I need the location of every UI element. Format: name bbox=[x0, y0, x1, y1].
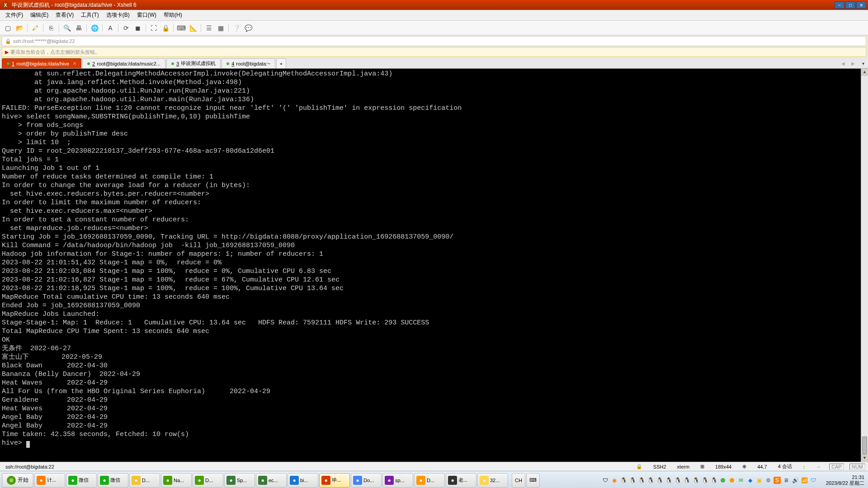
taskbar-app-label: 微信 bbox=[79, 477, 89, 483]
menu-tabs[interactable]: 选项卡(B) bbox=[103, 10, 133, 20]
tray-misc-icon[interactable] bbox=[728, 477, 736, 484]
terminal-line: hive> select songName,SUBSTRING(publishT… bbox=[2, 113, 866, 121]
menu-tools[interactable]: 工具(T) bbox=[77, 10, 102, 20]
taskbar-app-button[interactable]: ●D... bbox=[193, 473, 223, 488]
session-tabbar: 1 root@bigdata:/data/hive ✕ 2 root@bigda… bbox=[0, 58, 868, 69]
print-icon[interactable]: 🖶 bbox=[74, 23, 84, 33]
scrollbar-vertical[interactable]: ▲ ▼ bbox=[861, 69, 868, 462]
terminal-viewport[interactable]: at sun.reflect.DelegatingMethodAccessorI… bbox=[0, 69, 868, 462]
tray-qq-icon[interactable]: 🐧 bbox=[638, 477, 645, 484]
taskbar-app-icon: ● bbox=[68, 476, 77, 485]
menu-edit[interactable]: 编辑(E) bbox=[27, 10, 52, 20]
ime-keyboard-icon[interactable]: ⌨ bbox=[526, 473, 540, 488]
globe-icon[interactable]: 🌐 bbox=[90, 23, 99, 33]
scrollbar-thumb[interactable] bbox=[862, 436, 867, 455]
taskbar-app-button[interactable]: ●Na... bbox=[161, 473, 192, 488]
taskbar-app-button[interactable]: ●毕... bbox=[319, 473, 350, 488]
tab-label: root@bigdata:/data/hive bbox=[16, 61, 69, 66]
menu-file[interactable]: 文件(F) bbox=[2, 10, 27, 20]
tab-list-icon[interactable]: ▾ bbox=[858, 58, 868, 68]
tray-defender-icon[interactable]: 🛡 bbox=[810, 477, 817, 484]
minimize-button[interactable]: − bbox=[835, 1, 844, 9]
tray-misc-icon[interactable] bbox=[719, 477, 726, 484]
menu-view[interactable]: 查看(V) bbox=[52, 10, 77, 20]
start-button[interactable]: ⊞ 开始 bbox=[2, 473, 33, 488]
scroll-down-icon[interactable]: ▼ bbox=[861, 455, 868, 462]
tray-qq-icon[interactable]: 🐧 bbox=[665, 477, 672, 484]
lock-icon[interactable]: 🔒 bbox=[160, 23, 170, 33]
taskbar-app-button[interactable]: ●bi... bbox=[288, 473, 318, 488]
terminal-line: Time taken: 42.358 seconds, Fetched: 10 … bbox=[2, 430, 866, 439]
taskbar-app-button[interactable]: ●sp... bbox=[382, 473, 413, 488]
stop-icon[interactable]: ◼ bbox=[133, 23, 143, 33]
tray-qq-icon[interactable]: 🐧 bbox=[620, 477, 627, 484]
tray-wechat-icon[interactable]: ✉ bbox=[737, 477, 745, 484]
tab-next-icon[interactable]: ▶ bbox=[848, 58, 858, 68]
menu-window[interactable]: 窗口(W) bbox=[133, 10, 160, 20]
taskbar-app-button[interactable]: ●D... bbox=[414, 473, 445, 488]
tray-qq-icon[interactable]: 🐧 bbox=[656, 477, 663, 484]
tray-qq-icon[interactable]: 🐧 bbox=[674, 477, 681, 484]
tray-misc-icon[interactable]: 🖥 bbox=[783, 477, 790, 484]
taskbar-app-button[interactable]: ●微信 bbox=[98, 473, 128, 488]
tray-volume-icon[interactable]: 🔊 bbox=[792, 477, 799, 484]
help-icon[interactable]: ❔ bbox=[231, 23, 241, 33]
taskbar-app-button[interactable]: ●ec... bbox=[256, 473, 287, 488]
terminal-line: Bananza (Belly Dancer) 2022-04-29 bbox=[2, 370, 866, 379]
terminal-cursor bbox=[26, 441, 30, 448]
taskbar-app-button[interactable]: ●微信 bbox=[66, 473, 97, 488]
taskbar-clock[interactable]: 21:31 2023/8/22 星期二 bbox=[824, 474, 866, 486]
status-ssh-icon: 🔒 bbox=[633, 464, 645, 469]
tab-session-2[interactable]: 2 root@bigdata:/data/music2... bbox=[82, 58, 165, 68]
tab-session-3[interactable]: 3 毕设测试虚拟机 bbox=[166, 58, 221, 68]
terminal-line: set hive.exec.reducers.bytes.per.reducer… bbox=[2, 190, 866, 198]
tray-qq-icon[interactable]: 🐧 bbox=[710, 477, 717, 484]
taskbar-app-button[interactable]: ●Sp... bbox=[224, 473, 255, 488]
highlight-icon[interactable]: 🖍 bbox=[30, 23, 40, 33]
tray-app-icon[interactable]: ◉ bbox=[611, 477, 618, 484]
fullscreen-icon[interactable]: ⛶ bbox=[149, 23, 159, 33]
tray-qq-icon[interactable]: 🐧 bbox=[692, 477, 699, 484]
tray-sogou-icon[interactable]: S bbox=[774, 477, 781, 484]
search-icon[interactable]: 🔍 bbox=[62, 23, 72, 33]
tab-session-4[interactable]: 4 root@bigdata:~ bbox=[222, 58, 275, 68]
tab-session-1[interactable]: 1 root@bigdata:/data/hive ✕ bbox=[2, 58, 81, 68]
reload-icon[interactable]: ⟳ bbox=[121, 23, 131, 33]
tray-qq-icon[interactable]: 🐧 bbox=[701, 477, 708, 484]
tray-shield-icon[interactable]: 🛡 bbox=[602, 477, 609, 484]
menu-help[interactable]: 帮助(H) bbox=[160, 10, 186, 20]
terminal-line: Angel Baby 2022-04-29 bbox=[2, 422, 866, 430]
tab-prev-icon[interactable]: ◀ bbox=[838, 58, 848, 68]
font-icon[interactable]: A bbox=[105, 23, 115, 33]
maximize-button[interactable]: □ bbox=[845, 1, 855, 9]
grid-icon[interactable]: ▦ bbox=[216, 23, 226, 33]
taskbar-app-button[interactable]: ●D... bbox=[129, 473, 160, 488]
close-button[interactable]: ✕ bbox=[856, 1, 866, 9]
taskbar-app-button[interactable]: ●老... bbox=[446, 473, 476, 488]
tray-misc-icon[interactable]: ▣ bbox=[755, 477, 763, 484]
toolbar: ▢ 📂 🖍 ⎘ 🔍 🖶 🌐 A ⟳ ◼ ⛶ 🔒 ⌨ 📐 ☰ ▦ ❔ 💬 bbox=[0, 21, 868, 35]
new-session-icon[interactable]: ▢ bbox=[3, 23, 13, 33]
open-folder-icon[interactable]: 📂 bbox=[14, 23, 24, 33]
copy-icon[interactable]: ⎘ bbox=[46, 23, 56, 33]
keyboard-icon[interactable]: ⌨ bbox=[176, 23, 186, 33]
bubble-icon[interactable]: 💬 bbox=[243, 23, 253, 33]
tray-network-icon[interactable]: 📶 bbox=[801, 477, 808, 484]
tray-qq-icon[interactable]: 🐧 bbox=[683, 477, 690, 484]
tray-qq-icon[interactable]: 🐧 bbox=[629, 477, 636, 484]
taskbar-app-button[interactable]: ●Do... bbox=[351, 473, 382, 488]
address-bar[interactable]: 🔒 ssh://root:******@bigdata:22 bbox=[2, 36, 866, 46]
scroll-up-icon[interactable]: ▲ bbox=[861, 69, 868, 76]
taskbar-app-button[interactable]: ●32... bbox=[477, 473, 508, 488]
tab-add-button[interactable]: + bbox=[276, 58, 286, 68]
ruler-icon[interactable]: 📐 bbox=[188, 23, 198, 33]
tray-misc-icon[interactable]: ◆ bbox=[746, 477, 754, 484]
tab-close-icon[interactable]: ✕ bbox=[73, 61, 76, 66]
terminal-line: at java.lang.reflect.Method.invoke(Metho… bbox=[2, 78, 866, 87]
window-title: 毕设测试虚拟机 - root@bigdata:/data/hive - Xshe… bbox=[12, 1, 137, 9]
list-icon[interactable]: ☰ bbox=[204, 23, 214, 33]
tray-qq-icon[interactable]: 🐧 bbox=[647, 477, 654, 484]
ime-indicator[interactable]: CH bbox=[512, 473, 525, 488]
taskbar-app-button[interactable]: ●计... bbox=[34, 473, 65, 488]
tray-misc-icon[interactable]: ⚙ bbox=[764, 477, 772, 484]
